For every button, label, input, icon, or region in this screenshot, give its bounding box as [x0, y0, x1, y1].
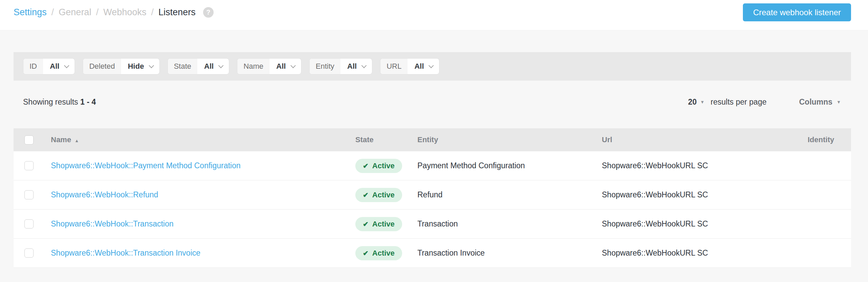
listener-name-link[interactable]: Shopware6::WebHook::Transaction: [51, 219, 174, 228]
table-row: Shopware6::WebHook::Transaction Invoice …: [14, 239, 851, 268]
row-checkbox[interactable]: [24, 248, 34, 258]
columns-label: Columns: [799, 97, 832, 107]
filter-bar: ID All Deleted Hide State All Name All E…: [14, 52, 851, 81]
status-badge: ✔ Active: [355, 217, 402, 231]
main-content: ID All Deleted Hide State All Name All E…: [14, 52, 851, 268]
check-icon: ✔: [363, 191, 369, 199]
sort-asc-icon: ▲: [75, 138, 79, 143]
listener-name-link[interactable]: Shopware6::WebHook::Transaction Invoice: [51, 248, 200, 257]
per-page-dropdown[interactable]: 20 ▼: [688, 97, 704, 107]
results-count-label: Showing results: [23, 97, 78, 106]
column-header-state[interactable]: State: [355, 135, 417, 144]
table-header-row: Name▲ State Entity Url Identity: [14, 128, 851, 151]
url-cell: Shopware6::WebHookURL SC: [602, 161, 808, 170]
chevron-down-icon: ▼: [836, 100, 841, 105]
check-icon: ✔: [363, 162, 369, 170]
per-page-label: results per page: [711, 97, 767, 107]
listener-name-link[interactable]: Shopware6::WebHook::Refund: [51, 190, 158, 199]
chevron-down-icon: [218, 63, 224, 68]
entity-cell: Transaction Invoice: [417, 248, 602, 258]
breadcrumb-webhooks[interactable]: Webhooks: [103, 7, 146, 18]
filter-chip-url[interactable]: URL All: [380, 58, 439, 74]
filter-chip-entity[interactable]: Entity All: [309, 58, 372, 74]
chevron-down-icon: ▼: [700, 100, 705, 105]
row-checkbox[interactable]: [24, 190, 34, 199]
filter-chip-state[interactable]: State All: [167, 58, 230, 74]
check-icon: ✔: [363, 220, 369, 228]
columns-dropdown[interactable]: Columns ▼: [799, 97, 841, 107]
chevron-down-icon: [64, 63, 70, 68]
table-row: Shopware6::WebHook::Transaction ✔ Active…: [14, 210, 851, 239]
chevron-down-icon: [149, 63, 154, 68]
column-header-entity[interactable]: Entity: [417, 135, 602, 144]
url-cell: Shopware6::WebHookURL SC: [602, 248, 808, 258]
filter-chip-name[interactable]: Name All: [237, 58, 301, 74]
select-all-checkbox[interactable]: [24, 135, 34, 145]
results-count-range: 1 - 4: [80, 97, 96, 106]
breadcrumb-settings[interactable]: Settings: [14, 7, 47, 18]
column-header-name[interactable]: Name▲: [51, 135, 355, 144]
results-bar: Showing results 1 - 4 20 ▼ results per p…: [14, 97, 851, 107]
breadcrumb-separator: /: [96, 7, 99, 18]
breadcrumb-separator: /: [151, 7, 154, 18]
status-badge: ✔ Active: [355, 246, 402, 260]
breadcrumb-separator: /: [52, 7, 54, 18]
table-row: Shopware6::WebHook::Refund ✔ Active Refu…: [14, 180, 851, 210]
chevron-down-icon: [291, 63, 296, 68]
per-page-value: 20: [688, 97, 697, 107]
entity-cell: Transaction: [417, 219, 602, 229]
column-header-url[interactable]: Url: [602, 135, 808, 144]
create-webhook-listener-button[interactable]: Create webhook listener: [743, 3, 851, 21]
breadcrumb-listeners: Listeners: [158, 7, 196, 18]
topbar: Settings / General / Webhooks / Listener…: [0, 0, 868, 30]
entity-cell: Payment Method Configuration: [417, 161, 602, 170]
url-cell: Shopware6::WebHookURL SC: [602, 190, 808, 199]
url-cell: Shopware6::WebHookURL SC: [602, 219, 808, 229]
status-badge: ✔ Active: [355, 159, 402, 173]
results-count: Showing results 1 - 4: [23, 97, 96, 107]
entity-cell: Refund: [417, 190, 602, 199]
filter-chip-id[interactable]: ID All: [23, 58, 75, 74]
filter-chip-deleted[interactable]: Deleted Hide: [83, 58, 160, 74]
breadcrumb: Settings / General / Webhooks / Listener…: [14, 7, 214, 18]
listener-name-link[interactable]: Shopware6::WebHook::Payment Method Confi…: [51, 161, 241, 170]
listeners-table: Name▲ State Entity Url Identity Shopware…: [14, 128, 851, 268]
chevron-down-icon: [429, 63, 434, 68]
table-row: Shopware6::WebHook::Payment Method Confi…: [14, 151, 851, 180]
help-icon[interactable]: ?: [203, 7, 214, 18]
chevron-down-icon: [361, 63, 367, 68]
table-body: Shopware6::WebHook::Payment Method Confi…: [14, 151, 851, 268]
breadcrumb-general[interactable]: General: [59, 7, 91, 18]
column-header-identity[interactable]: Identity: [808, 135, 851, 144]
row-checkbox[interactable]: [24, 161, 34, 170]
check-icon: ✔: [363, 249, 369, 257]
row-checkbox[interactable]: [24, 219, 34, 229]
status-badge: ✔ Active: [355, 188, 402, 202]
